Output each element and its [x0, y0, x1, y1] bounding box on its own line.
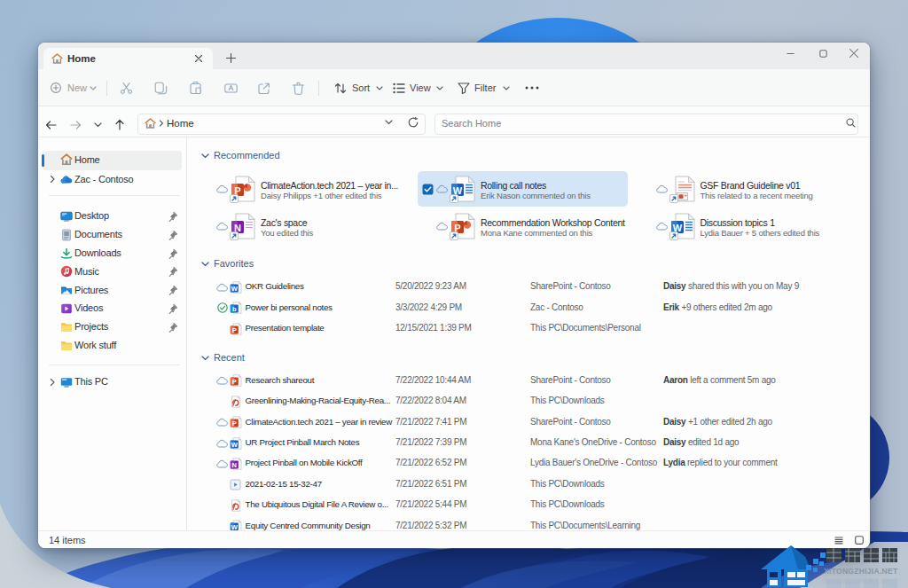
- svg-text:P: P: [231, 419, 236, 427]
- svg-text:b: b: [232, 305, 237, 313]
- svg-text:XITONGZHIJIA.NET: XITONGZHIJIA.NET: [824, 567, 898, 576]
- svg-text:W: W: [231, 284, 238, 292]
- svg-text:N: N: [231, 461, 236, 469]
- svg-text:W: W: [231, 440, 238, 448]
- svg-text:P: P: [231, 378, 236, 386]
- svg-text:P: P: [231, 325, 236, 333]
